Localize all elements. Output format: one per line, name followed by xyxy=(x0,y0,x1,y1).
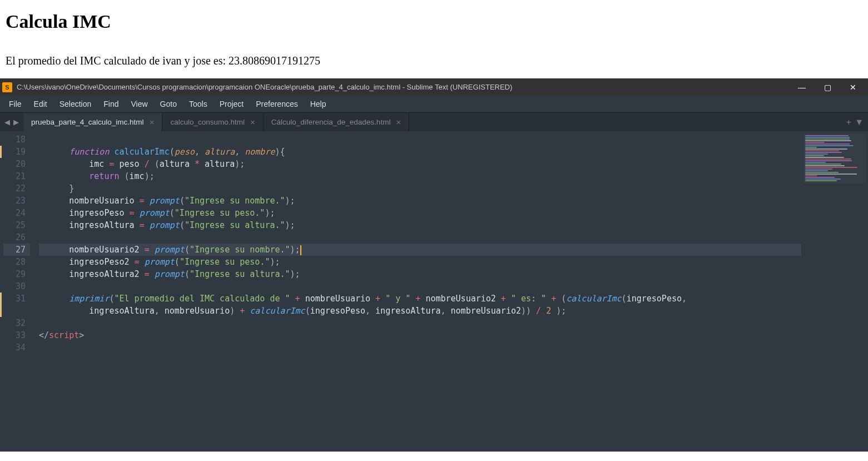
tab-dropdown-icon[interactable]: ▼ xyxy=(855,117,864,127)
tab-close-icon[interactable]: × xyxy=(250,117,255,127)
minimize-button[interactable]: — xyxy=(789,78,815,96)
menu-selection[interactable]: Selection xyxy=(54,97,97,111)
menubar: FileEditSelectionFindViewGotoToolsProjec… xyxy=(0,96,868,112)
tab-close-icon[interactable]: × xyxy=(396,117,401,127)
tab-nav-back-icon[interactable]: ◀ xyxy=(3,117,11,127)
new-tab-icon[interactable]: + xyxy=(846,117,851,127)
tab-label: prueba_parte_4_calculo_imc.html xyxy=(31,118,144,126)
menu-preferences[interactable]: Preferences xyxy=(250,97,303,111)
menu-project[interactable]: Project xyxy=(214,97,250,111)
gutter-line-numbers: 1819202122232425262728293031323334 xyxy=(3,131,30,452)
menu-find[interactable]: Find xyxy=(98,97,124,111)
minimap[interactable] xyxy=(801,131,868,452)
window-controls: — ▢ ✕ xyxy=(789,78,866,96)
tab-nav-forward-icon[interactable]: ▶ xyxy=(12,117,20,127)
tab-close-icon[interactable]: × xyxy=(150,117,155,127)
menu-tools[interactable]: Tools xyxy=(183,97,213,111)
sublime-window: S C:\Users\ivano\OneDrive\Documents\Curs… xyxy=(0,78,868,452)
tab-bar: ◀ ▶ prueba_parte_4_calculo_imc.html×calc… xyxy=(0,112,868,131)
browser-page: Calcula IMC El promedio del IMC calculad… xyxy=(0,0,868,78)
menu-file[interactable]: File xyxy=(3,97,27,111)
tab-label: Cálculo_diferencia_de_edades.html xyxy=(271,118,391,126)
titlebar[interactable]: S C:\Users\ivano\OneDrive\Documents\Curs… xyxy=(0,78,868,96)
app-icon: S xyxy=(2,82,12,92)
tab[interactable]: prueba_parte_4_calculo_imc.html× xyxy=(23,113,162,131)
page-heading: Calcula IMC xyxy=(6,11,862,32)
maximize-button[interactable]: ▢ xyxy=(815,78,840,96)
titlebar-path: C:\Users\ivano\OneDrive\Documents\Cursos… xyxy=(17,83,789,91)
menu-edit[interactable]: Edit xyxy=(28,97,53,111)
menu-goto[interactable]: Goto xyxy=(155,97,182,111)
code-area[interactable]: function calcularImc(peso, altura, nombr… xyxy=(39,131,801,452)
close-button[interactable]: ✕ xyxy=(840,78,866,96)
tab-label: calculo_consumo.html xyxy=(170,118,245,126)
editor[interactable]: 1819202122232425262728293031323334 funct… xyxy=(0,131,868,452)
menu-view[interactable]: View xyxy=(126,97,153,111)
result-text: El promedio del IMC calculado de ivan y … xyxy=(6,54,862,67)
menu-help[interactable]: Help xyxy=(305,97,332,111)
tab[interactable]: Cálculo_diferencia_de_edades.html× xyxy=(264,113,409,131)
tab[interactable]: calculo_consumo.html× xyxy=(162,113,263,131)
